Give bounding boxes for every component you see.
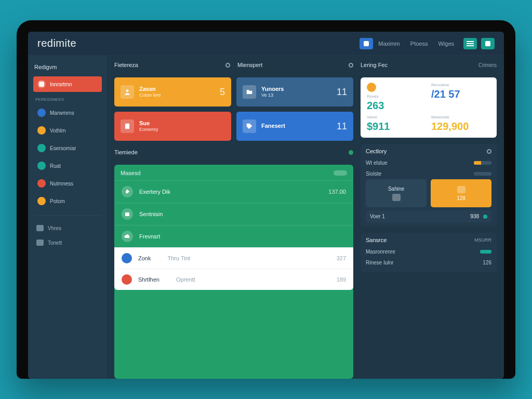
timeline-row-0[interactable]: Exertery Dik137.00 bbox=[114, 180, 353, 203]
stat-3: Mesenste129,900 bbox=[431, 115, 490, 132]
section-head-timeline: Tiemiede bbox=[114, 149, 353, 155]
box-0[interactable]: Sahine bbox=[366, 179, 427, 207]
sidebar-title: Redigvm bbox=[34, 64, 101, 70]
coin-icon bbox=[367, 83, 376, 92]
sidebar-item-6[interactable]: Potom bbox=[33, 193, 102, 209]
tile-grid: ZassnCutun lere5 YunoersVe 1311 SueEoree… bbox=[114, 77, 353, 141]
status-dot-icon bbox=[483, 215, 487, 219]
sidebar-item-2[interactable]: Vothlm bbox=[33, 123, 102, 138]
stat-2: Vemn$911 bbox=[367, 115, 426, 132]
panel-header: Masesd bbox=[114, 170, 353, 180]
category-card: Cectlory Wt elstue Siolste Sahine 128 Vo… bbox=[361, 144, 497, 227]
sidebar-item-4[interactable]: Ruat bbox=[33, 158, 102, 174]
doc-icon bbox=[121, 119, 134, 133]
svg-point-0 bbox=[126, 89, 129, 92]
section-head-a: Fietereza bbox=[114, 62, 230, 68]
svg-rect-2 bbox=[125, 212, 129, 216]
sidebar-item-1[interactable]: Marwmrns bbox=[33, 105, 102, 121]
sidebar-foot-0[interactable]: Vhres bbox=[33, 222, 102, 234]
toggle-icon[interactable] bbox=[480, 250, 491, 254]
cloud-icon bbox=[122, 231, 133, 242]
set-line-1[interactable]: Rinese Iulnr126 bbox=[366, 257, 491, 268]
section-head-right: Lering FecCrimers bbox=[361, 62, 497, 68]
main: Fietereza Mienspert ZassnCutun lere5 Yun… bbox=[107, 56, 504, 379]
sidebar-subhead: PERESSMEES bbox=[35, 97, 100, 102]
chart-icon bbox=[36, 225, 44, 231]
app-screen: redimite Maximm Ptoess Wiges Redigvm Inn… bbox=[28, 32, 504, 379]
stat-1: Rervotme/21 57 bbox=[431, 83, 490, 112]
laptop-frame: redimite Maximm Ptoess Wiges Redigvm Inn… bbox=[17, 20, 515, 379]
box-icon bbox=[122, 208, 133, 220]
white-row-0[interactable]: ZonkThru Tint327 bbox=[114, 247, 353, 269]
sidebar-item-0[interactable]: Innrsrtmn bbox=[33, 76, 102, 92]
circle-icon bbox=[487, 149, 491, 154]
user-icon bbox=[121, 85, 134, 99]
circle-icon bbox=[225, 63, 230, 68]
dot-icon bbox=[37, 197, 46, 205]
dot-icon bbox=[37, 109, 46, 117]
dot-icon bbox=[37, 179, 46, 188]
progress-bar bbox=[474, 161, 491, 165]
box-1[interactable]: 128 bbox=[431, 179, 491, 207]
sidebar-foot-1[interactable]: Tonett bbox=[33, 236, 102, 249]
dot-icon bbox=[122, 274, 132, 285]
action-link[interactable]: Crimers bbox=[478, 62, 497, 68]
box-row-2[interactable]: Voer 1938 bbox=[366, 210, 491, 222]
tile-0[interactable]: ZassnCutun lere5 bbox=[114, 77, 231, 107]
folder-icon bbox=[37, 80, 46, 88]
battery-icon bbox=[334, 170, 347, 176]
sidebar-label: Innrsrtmn bbox=[50, 82, 72, 87]
sidebar-label: Esersomiar bbox=[50, 145, 76, 151]
divider bbox=[33, 215, 102, 216]
white-row-1[interactable]: ShrtlhenOprentt189 bbox=[114, 269, 353, 290]
stat-card: Roves263 Rervotme/21 57 Vemn$911 Mesenst… bbox=[361, 77, 497, 138]
sidebar-label: Potom bbox=[50, 198, 65, 204]
split-boxes: Sahine 128 bbox=[366, 179, 491, 207]
sidebar-label: Nutmness bbox=[50, 181, 73, 187]
dot-icon bbox=[37, 162, 46, 170]
circle-icon bbox=[349, 63, 353, 68]
apps-button[interactable] bbox=[481, 38, 495, 49]
cat-line-1[interactable]: Siolste bbox=[366, 168, 491, 179]
tile-2[interactable]: YunoersVe 1311 bbox=[236, 77, 353, 107]
card-icon bbox=[457, 186, 466, 193]
dot-icon bbox=[37, 126, 46, 135]
topbar: redimite Maximm Ptoess Wiges bbox=[28, 32, 504, 56]
app-logo: redimite bbox=[37, 37, 76, 49]
dot-icon bbox=[122, 253, 132, 263]
card-header: Cectlory bbox=[366, 148, 491, 154]
leaf-icon bbox=[122, 186, 133, 197]
timeline-row-1[interactable]: Sentnisin bbox=[114, 203, 353, 225]
timeline-row-2[interactable]: Frevnsrt bbox=[114, 225, 353, 247]
stat-0: Roves263 bbox=[367, 83, 426, 112]
col-right: Lering FecCrimers Roves263 Rervotme/21 5… bbox=[361, 62, 497, 379]
circle-icon bbox=[349, 150, 353, 155]
col-left: Fietereza Mienspert ZassnCutun lere5 Yun… bbox=[114, 62, 353, 379]
sidebar-item-3[interactable]: Esersomiar bbox=[33, 140, 102, 156]
menu-button[interactable] bbox=[463, 38, 477, 49]
card-header: SansrceMSURR bbox=[366, 237, 491, 243]
sidebar-label: Ruat bbox=[50, 163, 61, 169]
nav-link-0[interactable]: Maximm bbox=[378, 41, 400, 47]
settings-card: SansrceMSURR Masronrenre Rinese Iulnr126 bbox=[361, 233, 497, 272]
cat-line-0[interactable]: Wt elstue bbox=[366, 157, 491, 168]
notification-button[interactable] bbox=[360, 38, 373, 49]
nav-link-1[interactable]: Ptoess bbox=[410, 41, 428, 47]
menu-icon bbox=[467, 41, 474, 46]
folder-icon bbox=[243, 85, 256, 99]
svg-rect-1 bbox=[125, 124, 129, 129]
nav-link-2[interactable]: Wiges bbox=[438, 41, 454, 47]
flag-icon bbox=[364, 41, 369, 46]
timeline-panel: Masesd Exertery Dik137.00 Sentnisin Frev… bbox=[114, 165, 353, 379]
chat-icon bbox=[392, 194, 401, 201]
tile-3[interactable]: Fanesert11 bbox=[236, 112, 353, 141]
tag-icon bbox=[243, 119, 256, 133]
sidebar-item-5[interactable]: Nutmness bbox=[33, 176, 102, 191]
card-icon bbox=[36, 240, 44, 246]
sidebar: Redigvm Innrsrtmn PERESSMEES Marwmrns Vo… bbox=[28, 56, 107, 379]
sidebar-label: Vothlm bbox=[50, 128, 66, 134]
tile-1[interactable]: SueEoreerey bbox=[114, 112, 231, 141]
dot-icon bbox=[37, 144, 46, 152]
set-line-0[interactable]: Masronrenre bbox=[366, 246, 491, 257]
white-list: ZonkThru Tint327 ShrtlhenOprentt189 bbox=[114, 247, 353, 290]
